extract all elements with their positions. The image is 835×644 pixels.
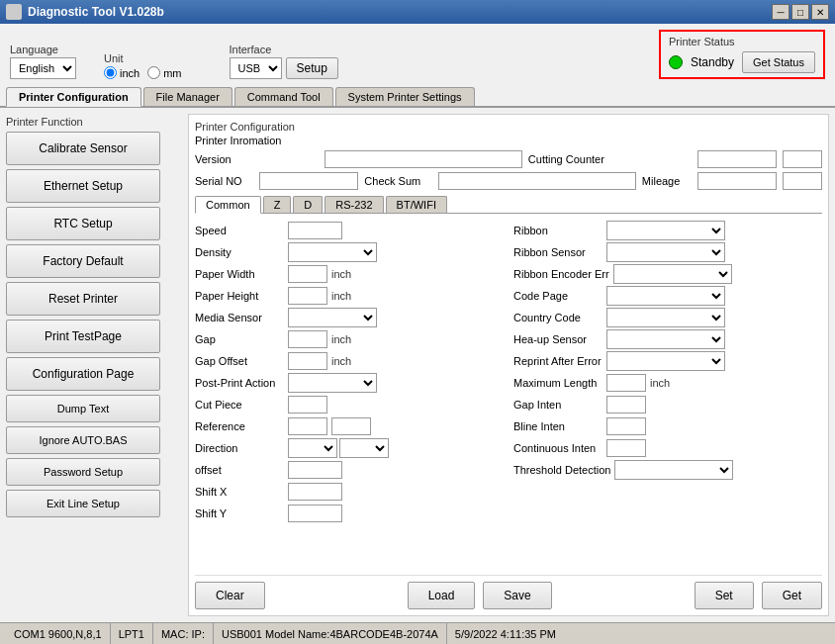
reference-input2[interactable]: [331, 417, 371, 435]
offset-row: offset: [195, 459, 504, 481]
close-button[interactable]: ✕: [811, 4, 829, 20]
datetime-text: 5/9/2022 4:11:35 PM: [455, 628, 556, 640]
sub-tab-d[interactable]: D: [293, 196, 323, 213]
language-select[interactable]: English: [10, 57, 76, 79]
printer-info-section: Printer Inromation Version Cutting Count…: [195, 135, 822, 190]
reset-printer-button[interactable]: Reset Printer: [6, 282, 160, 316]
password-setup-button[interactable]: Password Setup: [6, 458, 160, 486]
code-page-select[interactable]: [606, 286, 725, 306]
gap-offset-row: Gap Offset inch: [195, 350, 504, 372]
mm-radio[interactable]: [147, 66, 160, 79]
speed-row: Speed: [195, 220, 504, 241]
clear-button[interactable]: Clear: [195, 582, 265, 609]
tab-file-manager[interactable]: File Manager: [143, 87, 232, 106]
threshold-detection-select[interactable]: [614, 460, 733, 480]
load-button[interactable]: Load: [408, 582, 476, 609]
cutting-counter-input1[interactable]: [697, 150, 777, 168]
exit-line-setup-button[interactable]: Exit Line Setup: [6, 490, 160, 517]
paper-height-input[interactable]: [288, 287, 327, 305]
mileage-input2[interactable]: [783, 172, 822, 190]
ribbon-row: Ribbon: [513, 220, 822, 241]
gap-inten-input[interactable]: [606, 396, 646, 414]
rtc-setup-button[interactable]: RTC Setup: [6, 207, 160, 240]
gap-input[interactable]: [288, 330, 327, 348]
post-print-action-row: Post-Print Action: [195, 372, 504, 394]
printer-info-title: Printer Inromation: [195, 135, 822, 146]
configuration-page-button[interactable]: Configuration Page: [6, 357, 160, 391]
right-panel: Printer Configuration Printer Inromation…: [188, 114, 829, 616]
media-sensor-select[interactable]: [288, 308, 377, 327]
post-print-action-select[interactable]: [288, 373, 377, 393]
maximize-button[interactable]: □: [791, 4, 809, 20]
maximum-length-input[interactable]: [606, 374, 646, 392]
tab-printer-configuration[interactable]: Printer Configuration: [6, 87, 141, 107]
country-code-select[interactable]: [606, 308, 725, 327]
bline-inten-input[interactable]: [606, 417, 646, 435]
set-button[interactable]: Set: [695, 582, 754, 609]
print-testpage-button[interactable]: Print TestPage: [6, 320, 160, 353]
ribbon-sensor-select[interactable]: [606, 242, 725, 262]
calibrate-sensor-button[interactable]: Calibrate Sensor: [6, 132, 160, 165]
save-button[interactable]: Save: [483, 582, 551, 609]
setup-button[interactable]: Setup: [286, 57, 338, 79]
reference-input1[interactable]: [288, 417, 327, 435]
language-group: Language English: [10, 44, 76, 79]
ethernet-setup-button[interactable]: Ethernet Setup: [6, 169, 160, 203]
printer-function-title: Printer Function: [6, 114, 180, 132]
dump-text-button[interactable]: Dump Text: [6, 395, 160, 422]
ribbon-sensor-row: Ribbon Sensor: [513, 241, 822, 263]
direction-select1[interactable]: [288, 438, 337, 458]
shift-x-input[interactable]: [288, 483, 342, 501]
lpt-status: LPT1: [111, 623, 153, 644]
gap-offset-input[interactable]: [288, 352, 327, 370]
direction-select2[interactable]: [339, 438, 389, 458]
gap-offset-unit: inch: [331, 355, 351, 367]
ignore-auto-bas-button[interactable]: Ignore AUTO.BAS: [6, 426, 160, 454]
gap-unit: inch: [331, 333, 351, 345]
tab-system-printer-settings[interactable]: System Printer Settings: [335, 87, 475, 106]
cut-piece-row: Cut Piece: [195, 394, 504, 415]
sub-tab-common[interactable]: Common: [195, 196, 261, 214]
inch-radio[interactable]: [104, 66, 117, 79]
ribbon-label: Ribbon: [513, 225, 603, 236]
version-input[interactable]: [325, 150, 522, 168]
speed-input[interactable]: [288, 222, 342, 239]
speed-label: Speed: [195, 225, 284, 236]
get-status-button[interactable]: Get Status: [742, 51, 815, 73]
bottom-buttons: Clear Load Save Set Get: [195, 575, 822, 609]
inch-radio-item: inch: [104, 66, 139, 79]
mileage-label: Mileage: [642, 175, 692, 187]
shift-y-input[interactable]: [288, 505, 342, 522]
continuous-inten-input[interactable]: [606, 439, 646, 457]
printer-status-box: Printer Status Standby Get Status: [659, 30, 825, 79]
serial-no-input[interactable]: [259, 172, 358, 190]
cut-piece-input[interactable]: [288, 396, 327, 414]
cutting-counter-label: Cutting Counter: [528, 153, 692, 165]
reprint-after-error-select[interactable]: [606, 351, 725, 371]
check-sum-label: Check Sum: [364, 175, 432, 187]
unit-group: Unit inch mm: [104, 52, 182, 79]
ribbon-encoder-err-select[interactable]: [613, 264, 732, 284]
sub-tab-btwifi[interactable]: BT/WIFI: [386, 196, 447, 213]
offset-input[interactable]: [288, 461, 342, 479]
interface-select[interactable]: USB: [230, 57, 282, 79]
factory-default-button[interactable]: Factory Default: [6, 244, 160, 278]
mileage-input1[interactable]: [697, 172, 777, 190]
head-up-sensor-select[interactable]: [606, 329, 725, 349]
sub-tab-z[interactable]: Z: [263, 196, 292, 213]
minimize-button[interactable]: ─: [772, 4, 789, 20]
ribbon-select[interactable]: [606, 221, 725, 240]
cutting-counter-input2[interactable]: [783, 150, 822, 168]
paper-width-input[interactable]: [288, 265, 327, 283]
printer-status-title: Printer Status: [669, 36, 815, 47]
sub-tab-rs232[interactable]: RS-232: [325, 196, 383, 213]
version-label: Version: [195, 153, 319, 165]
offset-label: offset: [195, 464, 284, 476]
check-sum-input[interactable]: [438, 172, 636, 190]
media-sensor-row: Media Sensor: [195, 307, 504, 328]
tab-command-tool[interactable]: Command Tool: [234, 87, 333, 106]
left-config-column: Speed Density Paper Width inch: [195, 220, 504, 569]
density-select[interactable]: [288, 242, 377, 262]
reference-row: Reference: [195, 415, 504, 437]
get-button[interactable]: Get: [762, 582, 822, 609]
